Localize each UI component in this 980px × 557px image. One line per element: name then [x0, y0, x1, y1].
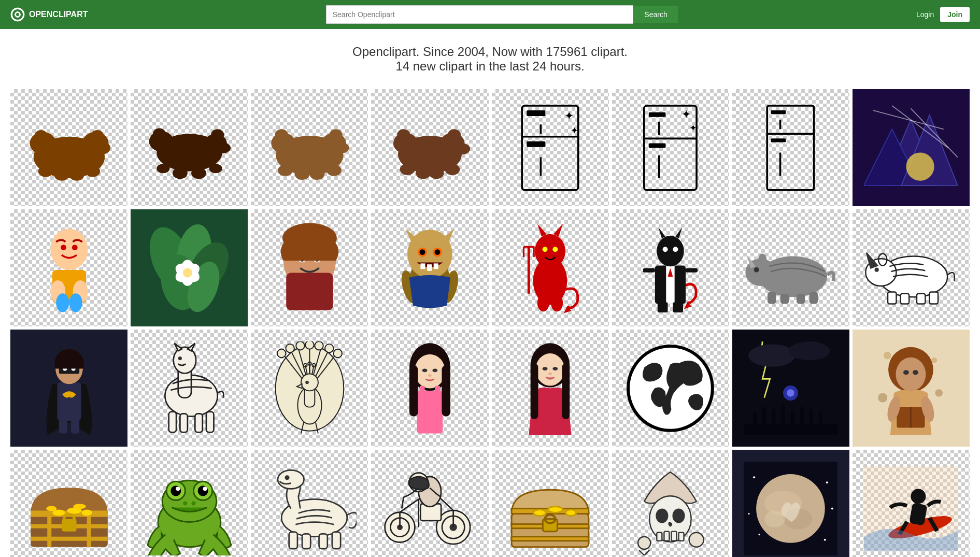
clipart-item[interactable]: ✦ ✦ — [492, 89, 609, 206]
svg-point-275 — [285, 475, 289, 480]
svg-point-31 — [332, 142, 349, 153]
clipart-item[interactable] — [853, 330, 970, 447]
clipart-item[interactable] — [251, 330, 368, 447]
logo-area[interactable]: OPENCLIPART — [10, 7, 88, 22]
svg-rect-156 — [57, 382, 81, 421]
clipart-item[interactable] — [853, 89, 970, 206]
svg-point-184 — [286, 344, 294, 352]
svg-point-6 — [91, 130, 104, 141]
clipart-item[interactable] — [131, 89, 248, 206]
svg-point-322 — [911, 489, 926, 504]
clipart-item[interactable] — [10, 330, 127, 447]
svg-rect-45 — [527, 141, 545, 147]
svg-point-299 — [656, 508, 669, 523]
clipart-item[interactable] — [612, 450, 729, 557]
svg-point-219 — [548, 373, 552, 375]
svg-rect-255 — [87, 513, 91, 547]
svg-rect-145 — [809, 292, 818, 304]
clipart-item[interactable]: ✦ ✦ — [612, 89, 729, 206]
svg-rect-164 — [70, 418, 79, 434]
svg-point-236 — [787, 389, 794, 396]
svg-point-245 — [932, 358, 938, 363]
svg-point-122 — [537, 294, 549, 311]
svg-point-218 — [552, 367, 558, 370]
svg-point-270 — [203, 487, 207, 491]
clipart-item[interactable] — [131, 209, 248, 326]
clipart-item[interactable] — [131, 450, 248, 557]
svg-point-78 — [61, 245, 66, 250]
clipart-item[interactable] — [10, 450, 127, 557]
svg-point-72 — [50, 228, 88, 270]
svg-point-246 — [878, 393, 888, 402]
svg-marker-168 — [174, 343, 181, 350]
svg-point-217 — [543, 367, 548, 370]
clipart-item[interactable] — [371, 89, 488, 206]
svg-rect-135 — [658, 302, 668, 312]
clipart-item[interactable] — [10, 209, 127, 326]
clipart-item[interactable] — [251, 450, 368, 557]
svg-rect-44 — [527, 110, 545, 116]
clipart-item[interactable] — [371, 450, 488, 557]
svg-rect-171 — [168, 412, 176, 433]
clipart-item[interactable] — [732, 330, 849, 447]
svg-rect-173 — [195, 413, 202, 432]
header: OPENCLIPART Search Login Join — [0, 0, 980, 29]
svg-rect-143 — [780, 294, 789, 304]
svg-point-260 — [81, 509, 92, 516]
login-link[interactable]: Login — [916, 10, 934, 19]
join-button[interactable]: Join — [940, 7, 970, 22]
svg-rect-278 — [319, 534, 327, 549]
search-button[interactable]: Search — [633, 5, 678, 24]
clipart-item[interactable] — [10, 89, 127, 206]
svg-rect-207 — [435, 385, 440, 398]
search-input[interactable] — [326, 5, 634, 24]
svg-rect-216 — [562, 364, 570, 419]
svg-point-89 — [183, 268, 192, 277]
clipart-item[interactable] — [251, 89, 368, 206]
clipart-item[interactable] — [612, 209, 729, 326]
clipart-item[interactable] — [853, 209, 970, 326]
svg-rect-209 — [442, 365, 450, 417]
svg-point-315 — [831, 507, 833, 509]
clipart-item[interactable] — [853, 450, 970, 557]
svg-point-242 — [903, 370, 909, 375]
hero-line2: 14 new clipart in the last 24 hours. — [10, 59, 970, 74]
clipart-item[interactable] — [492, 209, 609, 326]
logo-text: OPENCLIPART — [29, 10, 88, 19]
clipart-item[interactable] — [492, 450, 609, 557]
header-actions: Login Join — [916, 7, 970, 22]
svg-marker-113 — [553, 224, 563, 237]
clipart-item[interactable] — [251, 209, 368, 326]
clipart-item[interactable] — [732, 209, 849, 326]
svg-point-77 — [69, 293, 82, 312]
clipart-item[interactable] — [131, 330, 248, 447]
svg-text:✦: ✦ — [689, 122, 697, 133]
clipart-item[interactable] — [732, 89, 849, 206]
clipart-item[interactable] — [612, 330, 729, 447]
svg-rect-142 — [768, 292, 776, 304]
svg-point-140 — [758, 253, 766, 265]
svg-point-131 — [673, 247, 678, 252]
svg-rect-208 — [409, 365, 418, 417]
svg-rect-134 — [686, 268, 698, 272]
svg-point-114 — [543, 247, 548, 252]
svg-point-306 — [689, 533, 704, 547]
svg-point-20 — [209, 164, 222, 173]
svg-point-271 — [183, 501, 187, 505]
svg-point-170 — [178, 356, 181, 360]
svg-point-15 — [153, 128, 166, 139]
clipart-item[interactable] — [371, 330, 488, 447]
svg-rect-276 — [289, 532, 297, 549]
svg-rect-58 — [768, 106, 814, 190]
clipart-item[interactable] — [492, 330, 609, 447]
clipart-item[interactable] — [732, 450, 849, 557]
svg-point-11 — [91, 141, 110, 154]
svg-point-225 — [789, 341, 830, 360]
svg-point-5 — [34, 130, 47, 141]
clipart-item[interactable] — [371, 209, 488, 326]
logo-icon — [10, 7, 25, 22]
svg-rect-234 — [744, 424, 837, 435]
svg-point-115 — [552, 247, 558, 252]
svg-rect-301 — [657, 533, 662, 541]
svg-rect-103 — [420, 263, 425, 269]
